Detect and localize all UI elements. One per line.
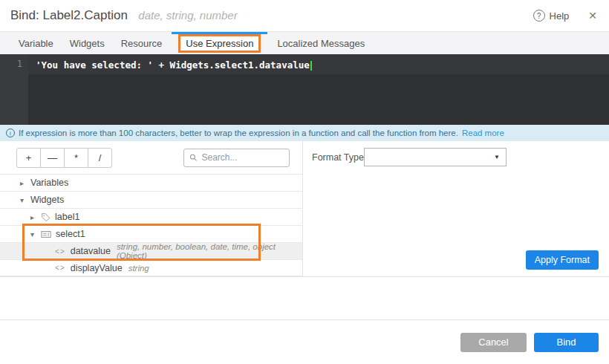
dialog-tabs: Variable Widgets Resource Use Expression… <box>0 31 609 54</box>
line-number: 1 <box>17 59 22 69</box>
tree-item-select1[interactable]: ▾ select1 <box>0 225 302 242</box>
tree-item-label1[interactable]: ▸ label1 <box>0 208 302 225</box>
tab-variable[interactable]: Variable <box>10 32 62 54</box>
chevron-down-icon[interactable]: ▾ <box>20 196 30 204</box>
search-input[interactable] <box>201 152 284 163</box>
bind-dialog: Bind: Label2.Caption date, string, numbe… <box>0 0 609 364</box>
tag-icon <box>41 212 51 222</box>
search-icon <box>189 153 197 162</box>
main-area: + — * / ▸ Variables ▾ Widgets <box>0 141 609 277</box>
tree-item-widgets[interactable]: ▾ Widgets <box>0 191 302 208</box>
chevron-down-icon[interactable]: ▾ <box>30 230 41 238</box>
tree-item-datavalue[interactable]: <> datavalue string, number, boolean, da… <box>0 242 302 259</box>
tab-use-expression[interactable]: Use Expression <box>170 32 269 54</box>
title-group: Bind: Label2.Caption date, string, numbe… <box>10 8 238 23</box>
tab-label: Resource <box>121 38 163 49</box>
select-widget-icon <box>41 230 51 238</box>
binding-tree-panel: + — * / ▸ Variables ▾ Widgets <box>0 141 302 276</box>
tree-item-label: displayValue <box>71 263 123 273</box>
dialog-subtitle: date, string, number <box>138 9 237 22</box>
operator-group: + — * / <box>16 148 112 168</box>
dialog-header: Bind: Label2.Caption date, string, numbe… <box>0 0 609 31</box>
plus-operator-button[interactable]: + <box>16 148 41 168</box>
format-panel: Format Type ▼ Apply Format <box>302 141 609 276</box>
expression-toolbar: + — * / <box>0 141 302 174</box>
format-type-row: Format Type ▼ <box>303 141 609 166</box>
cancel-button[interactable]: Cancel <box>460 333 527 352</box>
chevron-right-icon[interactable]: ▸ <box>20 179 30 187</box>
dropdown-caret-icon: ▼ <box>494 154 500 160</box>
format-type-label: Format Type <box>312 152 364 163</box>
help-icon: ? <box>533 10 545 22</box>
divide-operator-button[interactable]: / <box>88 148 112 168</box>
editor-current-line[interactable]: 'You have selected: ' + Widgets.select1.… <box>28 54 609 74</box>
tab-label: Use Expression <box>186 38 253 49</box>
tab-resource[interactable]: Resource <box>113 32 171 54</box>
multiply-operator-button[interactable]: * <box>64 148 88 168</box>
tree-item-label: Variables <box>30 178 68 188</box>
info-banner: i If expression is more than 100 charact… <box>0 125 609 141</box>
bind-button[interactable]: Bind <box>534 333 599 352</box>
tree-item-displayvalue[interactable]: <> displayValue string <box>0 259 302 276</box>
format-type-select[interactable]: ▼ <box>364 148 507 166</box>
help-button[interactable]: ? Help <box>533 10 570 22</box>
tree-item-label: label1 <box>55 212 79 222</box>
tree-item-types: string, number, boolean, date, time, obj… <box>117 242 302 260</box>
read-more-link[interactable]: Read more <box>462 129 504 137</box>
minus-operator-button[interactable]: — <box>40 148 65 168</box>
expression-code: 'You have selected: ' + Widgets.select1.… <box>36 59 310 71</box>
editor-code-area[interactable]: 'You have selected: ' + Widgets.select1.… <box>28 54 609 125</box>
apply-format-button[interactable]: Apply Format <box>526 250 599 270</box>
tab-label: Localized Messages <box>277 38 365 49</box>
content-spacer <box>0 277 609 319</box>
tree-item-variables[interactable]: ▸ Variables <box>0 174 302 191</box>
property-icon: <> <box>55 247 65 256</box>
tree-search[interactable] <box>183 149 290 167</box>
chevron-right-icon[interactable]: ▸ <box>30 213 41 221</box>
tree-item-label: datavalue <box>71 246 111 256</box>
info-icon: i <box>6 129 15 137</box>
info-message: If expression is more than 100 character… <box>19 129 458 137</box>
tab-label: Widgets <box>70 38 105 49</box>
dialog-title: Bind: Label2.Caption <box>10 8 128 22</box>
titlebar-actions: ? Help ✕ <box>533 10 597 22</box>
editor-gutter: 1 <box>0 54 28 125</box>
close-icon[interactable]: ✕ <box>588 10 597 22</box>
dialog-footer: Cancel Bind <box>0 319 609 364</box>
tree-item-label: select1 <box>56 229 85 239</box>
text-cursor <box>310 61 312 71</box>
binding-tree: ▸ Variables ▾ Widgets ▸ label1 ▾ <box>0 174 302 276</box>
expression-editor[interactable]: 1 'You have selected: ' + Widgets.select… <box>0 54 609 125</box>
tree-item-label: Widgets <box>30 195 64 205</box>
property-icon: <> <box>55 264 65 272</box>
tab-widgets[interactable]: Widgets <box>62 32 113 54</box>
tree-item-types: string <box>128 264 149 273</box>
tab-localized-messages[interactable]: Localized Messages <box>269 32 373 54</box>
help-label: Help <box>550 10 570 22</box>
tab-label: Variable <box>19 38 53 49</box>
annotation-box-tab: Use Expression <box>178 34 261 53</box>
